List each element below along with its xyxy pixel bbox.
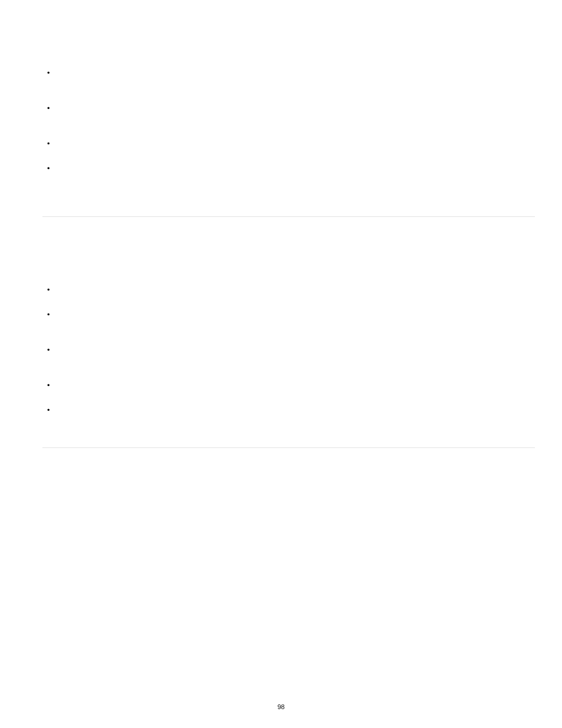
list-item [42,163,535,187]
content-area [42,68,535,448]
bullet-list-1 [42,68,535,187]
list-item [42,309,535,333]
page: 98 [0,0,562,728]
list-item [42,345,535,368]
list-item [42,380,535,392]
page-number: 98 [0,703,562,710]
list-item [42,139,535,150]
list-item [42,405,535,417]
bullet-list-2 [42,285,535,417]
list-item [42,285,535,297]
horizontal-rule [42,447,535,448]
list-item [42,103,535,127]
section-2 [42,285,535,448]
list-item [42,68,535,91]
horizontal-rule [42,216,535,217]
